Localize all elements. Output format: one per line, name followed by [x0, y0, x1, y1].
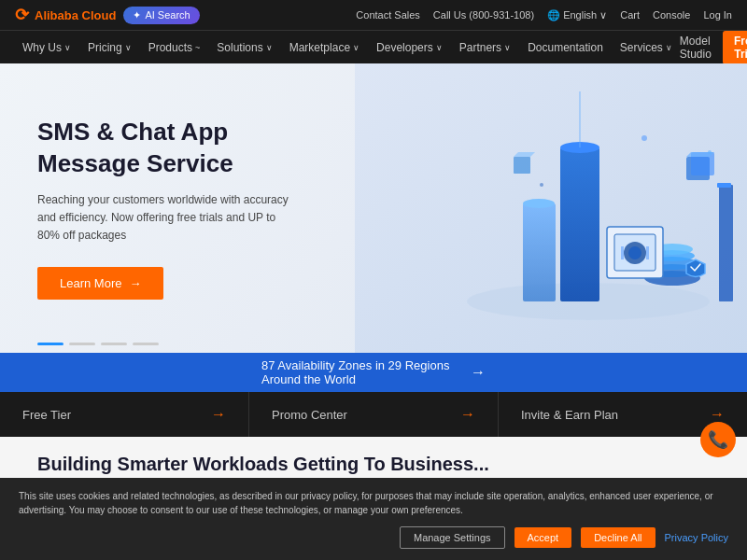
- hero-subtitle: Reaching your customers worldwide with a…: [37, 191, 299, 245]
- chat-icon: 📞: [708, 429, 728, 450]
- svg-rect-23: [717, 183, 731, 188]
- hero-title: SMS & Chat App Message Service: [37, 117, 299, 180]
- nav-why-us[interactable]: Why Us ∨: [15, 31, 78, 64]
- ai-search-label: AI Search: [145, 9, 190, 21]
- free-tier-arrow: →: [211, 406, 226, 423]
- accept-button[interactable]: Accept: [514, 527, 572, 548]
- contact-sales-link[interactable]: Contact Sales: [356, 9, 419, 21]
- manage-settings-button[interactable]: Manage Settings: [400, 526, 505, 549]
- top-bar: ⟳ Alibaba Cloud ✦ AI Search Contact Sale…: [0, 0, 747, 30]
- nav-partners[interactable]: Partners ∨: [452, 31, 518, 64]
- chevron-down-icon: ∨: [666, 43, 672, 52]
- chevron-down-icon: ∨: [266, 43, 273, 52]
- logo-icon: ⟳: [15, 5, 29, 25]
- free-trial-button[interactable]: Free Trial: [723, 31, 747, 64]
- cookie-text: This site uses cookies and related techn…: [19, 489, 728, 517]
- nav-services[interactable]: Services ∨: [613, 31, 680, 64]
- slider-dot-inactive-3[interactable]: [133, 343, 159, 345]
- hero-section: SMS & Chat App Message Service Reaching …: [0, 63, 747, 353]
- below-strip-title: Building Smarter Workloads Getting To Bu…: [37, 454, 489, 475]
- top-bar-left: ⟳ Alibaba Cloud ✦ AI Search: [15, 5, 200, 25]
- slider-dot-inactive-2[interactable]: [101, 343, 127, 345]
- availability-bar[interactable]: 87 Availability Zones in 29 Regions Arou…: [0, 353, 747, 392]
- promo-center-label: Promo Center: [272, 408, 347, 422]
- nav-marketplace[interactable]: Marketplace ∨: [282, 31, 367, 64]
- svg-rect-4: [523, 203, 556, 301]
- slider-dots: [37, 343, 159, 345]
- learn-more-button[interactable]: Learn More →: [37, 267, 163, 300]
- invite-earn-arrow: →: [710, 406, 725, 423]
- availability-text: 87 Availability Zones in 29 Regions Arou…: [261, 358, 471, 386]
- logo-text: Alibaba Cloud: [35, 8, 116, 22]
- svg-rect-15: [621, 246, 624, 259]
- svg-point-27: [540, 183, 543, 187]
- hero-illustration: [355, 63, 747, 353]
- svg-point-25: [641, 135, 647, 141]
- console-link[interactable]: Console: [653, 9, 690, 21]
- cookie-actions: Manage Settings Accept Decline All Priva…: [19, 526, 728, 549]
- decline-all-button[interactable]: Decline All: [581, 527, 655, 548]
- chat-button[interactable]: 📞: [700, 422, 736, 457]
- svg-rect-20: [514, 157, 530, 174]
- svg-point-5: [523, 199, 555, 208]
- model-studio-link[interactable]: Model Studio: [680, 35, 712, 61]
- login-link[interactable]: Log In: [703, 9, 732, 21]
- nav-bar: Why Us ∨ Pricing ∨ Products ~ Solutions …: [0, 30, 747, 63]
- globe-icon: 🌐: [547, 9, 560, 21]
- svg-point-26: [708, 150, 712, 154]
- nav-products[interactable]: Products ~: [141, 31, 208, 64]
- slider-dot-active[interactable]: [37, 343, 63, 345]
- privacy-policy-link[interactable]: Privacy Policy: [665, 532, 728, 543]
- free-tier-item[interactable]: Free Tier →: [0, 392, 249, 437]
- nav-documentation[interactable]: Documentation: [520, 31, 611, 64]
- free-tier-label: Free Tier: [22, 408, 71, 422]
- nav-pricing[interactable]: Pricing ∨: [80, 31, 139, 64]
- cart-link[interactable]: Cart: [620, 9, 640, 21]
- chevron-down-icon: ∨: [436, 43, 443, 52]
- svg-rect-2: [560, 147, 599, 301]
- nav-solutions[interactable]: Solutions ∨: [209, 31, 279, 64]
- chevron-down-icon: ∨: [125, 43, 132, 52]
- call-us-link[interactable]: Call Us (800-931-108): [433, 9, 534, 21]
- invite-earn-label: Invite & Earn Plan: [521, 408, 618, 422]
- promo-center-item[interactable]: Promo Center →: [249, 392, 499, 437]
- ai-search-icon: ✦: [133, 9, 141, 21]
- info-strip: Free Tier → Promo Center → Invite & Earn…: [0, 392, 747, 437]
- promo-center-arrow: →: [460, 406, 475, 423]
- logo[interactable]: ⟳ Alibaba Cloud: [15, 5, 116, 25]
- nav-developers[interactable]: Developers ∨: [369, 31, 450, 64]
- nav-right: Model Studio Free Trial: [680, 31, 747, 64]
- chevron-down-icon: ∨: [504, 43, 511, 52]
- chevron-down-icon: ~: [195, 43, 200, 52]
- top-bar-right: Contact Sales Call Us (800-931-108) 🌐 En…: [356, 9, 732, 21]
- nav-left: Why Us ∨ Pricing ∨ Products ~ Solutions …: [15, 31, 680, 64]
- svg-rect-22: [719, 185, 733, 301]
- chevron-down-icon: ∨: [64, 43, 71, 52]
- svg-point-14: [628, 246, 641, 259]
- chevron-down-icon: ∨: [353, 43, 359, 52]
- ai-search-button[interactable]: ✦ AI Search: [123, 7, 199, 24]
- language-selector[interactable]: 🌐 English ∨: [547, 9, 607, 21]
- cookie-banner: This site uses cookies and related techn…: [0, 478, 747, 560]
- availability-arrow: →: [471, 364, 486, 381]
- hero-content: SMS & Chat App Message Service Reaching …: [0, 117, 336, 300]
- svg-rect-16: [646, 246, 649, 259]
- slider-dot-inactive-1[interactable]: [69, 343, 95, 345]
